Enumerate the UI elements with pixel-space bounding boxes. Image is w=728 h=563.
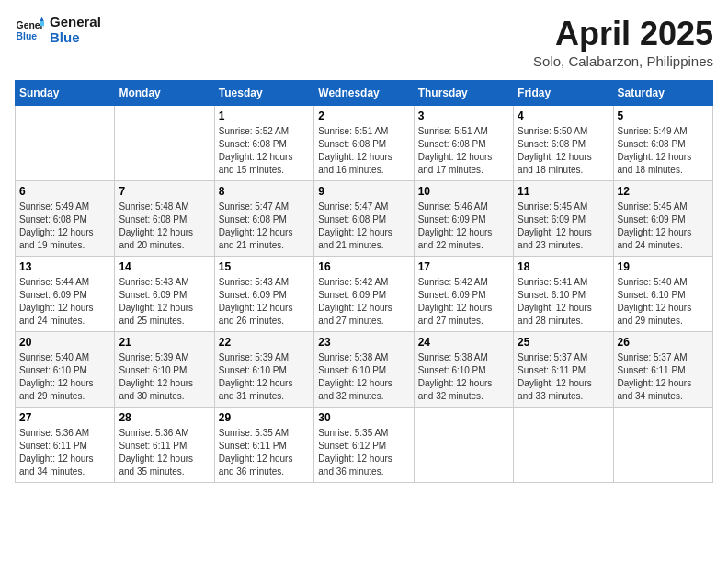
day-info: Sunrise: 5:45 AMSunset: 6:09 PMDaylight:… xyxy=(618,201,709,252)
weekday-header-thursday: Thursday xyxy=(414,81,513,106)
calendar-cell: 5Sunrise: 5:49 AMSunset: 6:08 PMDaylight… xyxy=(613,106,712,181)
calendar-header: SundayMondayTuesdayWednesdayThursdayFrid… xyxy=(16,81,713,106)
day-number: 20 xyxy=(19,336,110,349)
calendar-cell: 11Sunrise: 5:45 AMSunset: 6:09 PMDayligh… xyxy=(514,181,613,257)
calendar-cell: 22Sunrise: 5:39 AMSunset: 6:10 PMDayligh… xyxy=(214,332,313,408)
calendar-cell: 8Sunrise: 5:47 AMSunset: 6:08 PMDaylight… xyxy=(214,181,313,257)
calendar-cell: 16Sunrise: 5:42 AMSunset: 6:09 PMDayligh… xyxy=(314,257,414,332)
calendar-cell: 28Sunrise: 5:36 AMSunset: 6:11 PMDayligh… xyxy=(115,408,214,483)
day-info: Sunrise: 5:37 AMSunset: 6:11 PMDaylight:… xyxy=(518,351,609,403)
weekday-header-saturday: Saturday xyxy=(613,81,712,106)
day-info: Sunrise: 5:44 AMSunset: 6:09 PMDaylight:… xyxy=(19,276,110,327)
calendar-cell xyxy=(414,408,513,483)
day-info: Sunrise: 5:40 AMSunset: 6:10 PMDaylight:… xyxy=(618,276,709,327)
day-info: Sunrise: 5:37 AMSunset: 6:11 PMDaylight:… xyxy=(618,351,709,403)
day-number: 29 xyxy=(219,411,310,424)
day-number: 16 xyxy=(318,260,409,273)
day-info: Sunrise: 5:48 AMSunset: 6:08 PMDaylight:… xyxy=(119,201,210,252)
weekday-header-wednesday: Wednesday xyxy=(314,81,414,106)
day-info: Sunrise: 5:35 AMSunset: 6:12 PMDaylight:… xyxy=(318,427,409,478)
svg-marker-2 xyxy=(40,17,44,21)
svg-marker-3 xyxy=(40,21,44,26)
day-info: Sunrise: 5:43 AMSunset: 6:09 PMDaylight:… xyxy=(219,276,310,327)
weekday-header-monday: Monday xyxy=(115,81,214,106)
day-number: 4 xyxy=(518,109,609,122)
title-block: April 2025 Solo, Calabarzon, Philippines xyxy=(533,15,713,69)
calendar-cell: 27Sunrise: 5:36 AMSunset: 6:11 PMDayligh… xyxy=(16,408,115,483)
page-header: General Blue General Blue April 2025 Sol… xyxy=(15,15,713,69)
day-info: Sunrise: 5:42 AMSunset: 6:09 PMDaylight:… xyxy=(318,276,409,327)
calendar-cell: 30Sunrise: 5:35 AMSunset: 6:12 PMDayligh… xyxy=(314,408,414,483)
day-number: 5 xyxy=(618,109,709,122)
calendar-body: 1Sunrise: 5:52 AMSunset: 6:08 PMDaylight… xyxy=(16,106,713,483)
calendar-title: April 2025 xyxy=(533,15,713,53)
day-number: 19 xyxy=(618,260,709,273)
day-info: Sunrise: 5:43 AMSunset: 6:09 PMDaylight:… xyxy=(119,276,210,327)
calendar-cell xyxy=(613,408,712,483)
day-number: 23 xyxy=(318,336,409,349)
calendar-cell: 15Sunrise: 5:43 AMSunset: 6:09 PMDayligh… xyxy=(214,257,313,332)
day-number: 10 xyxy=(418,185,509,198)
day-info: Sunrise: 5:35 AMSunset: 6:11 PMDaylight:… xyxy=(219,427,310,478)
day-number: 17 xyxy=(418,260,509,273)
calendar-cell: 18Sunrise: 5:41 AMSunset: 6:10 PMDayligh… xyxy=(514,257,613,332)
day-info: Sunrise: 5:51 AMSunset: 6:08 PMDaylight:… xyxy=(318,125,409,177)
day-info: Sunrise: 5:47 AMSunset: 6:08 PMDaylight:… xyxy=(318,201,409,252)
calendar-cell: 9Sunrise: 5:47 AMSunset: 6:08 PMDaylight… xyxy=(314,181,414,257)
day-info: Sunrise: 5:49 AMSunset: 6:08 PMDaylight:… xyxy=(618,125,709,177)
calendar-cell: 26Sunrise: 5:37 AMSunset: 6:11 PMDayligh… xyxy=(613,332,712,408)
day-info: Sunrise: 5:45 AMSunset: 6:09 PMDaylight:… xyxy=(518,201,609,252)
day-info: Sunrise: 5:38 AMSunset: 6:10 PMDaylight:… xyxy=(318,351,409,403)
logo: General Blue General Blue xyxy=(15,15,101,45)
day-info: Sunrise: 5:50 AMSunset: 6:08 PMDaylight:… xyxy=(518,125,609,177)
day-info: Sunrise: 5:47 AMSunset: 6:08 PMDaylight:… xyxy=(219,201,310,252)
logo-text-general: General xyxy=(50,15,101,30)
calendar-cell: 23Sunrise: 5:38 AMSunset: 6:10 PMDayligh… xyxy=(314,332,414,408)
weekday-header-tuesday: Tuesday xyxy=(214,81,313,106)
calendar-cell xyxy=(514,408,613,483)
logo-icon: General Blue xyxy=(15,16,44,45)
day-number: 26 xyxy=(618,336,709,349)
calendar-cell: 3Sunrise: 5:51 AMSunset: 6:08 PMDaylight… xyxy=(414,106,513,181)
day-number: 14 xyxy=(119,260,210,273)
day-info: Sunrise: 5:42 AMSunset: 6:09 PMDaylight:… xyxy=(418,276,509,327)
day-number: 28 xyxy=(119,411,210,424)
calendar-cell: 13Sunrise: 5:44 AMSunset: 6:09 PMDayligh… xyxy=(16,257,115,332)
day-number: 13 xyxy=(19,260,110,273)
calendar-cell: 12Sunrise: 5:45 AMSunset: 6:09 PMDayligh… xyxy=(613,181,712,257)
day-number: 3 xyxy=(418,109,509,122)
day-info: Sunrise: 5:46 AMSunset: 6:09 PMDaylight:… xyxy=(418,201,509,252)
day-info: Sunrise: 5:41 AMSunset: 6:10 PMDaylight:… xyxy=(518,276,609,327)
day-number: 24 xyxy=(418,336,509,349)
day-number: 22 xyxy=(219,336,310,349)
day-info: Sunrise: 5:40 AMSunset: 6:10 PMDaylight:… xyxy=(19,351,110,403)
day-number: 15 xyxy=(219,260,310,273)
day-number: 25 xyxy=(518,336,609,349)
calendar-cell: 1Sunrise: 5:52 AMSunset: 6:08 PMDaylight… xyxy=(214,106,313,181)
day-number: 30 xyxy=(318,411,409,424)
calendar-cell: 4Sunrise: 5:50 AMSunset: 6:08 PMDaylight… xyxy=(514,106,613,181)
calendar-cell: 17Sunrise: 5:42 AMSunset: 6:09 PMDayligh… xyxy=(414,257,513,332)
calendar-cell: 20Sunrise: 5:40 AMSunset: 6:10 PMDayligh… xyxy=(16,332,115,408)
day-number: 1 xyxy=(219,109,310,122)
day-number: 12 xyxy=(618,185,709,198)
svg-text:Blue: Blue xyxy=(17,30,38,40)
day-number: 18 xyxy=(518,260,609,273)
calendar-cell: 10Sunrise: 5:46 AMSunset: 6:09 PMDayligh… xyxy=(414,181,513,257)
day-info: Sunrise: 5:38 AMSunset: 6:10 PMDaylight:… xyxy=(418,351,509,403)
day-number: 7 xyxy=(119,185,210,198)
calendar-cell xyxy=(16,106,115,181)
day-number: 6 xyxy=(19,185,110,198)
day-number: 2 xyxy=(318,109,409,122)
day-info: Sunrise: 5:51 AMSunset: 6:08 PMDaylight:… xyxy=(418,125,509,177)
weekday-header-friday: Friday xyxy=(514,81,613,106)
day-info: Sunrise: 5:39 AMSunset: 6:10 PMDaylight:… xyxy=(119,351,210,403)
calendar-table: SundayMondayTuesdayWednesdayThursdayFrid… xyxy=(15,80,713,483)
day-number: 8 xyxy=(219,185,310,198)
calendar-cell: 29Sunrise: 5:35 AMSunset: 6:11 PMDayligh… xyxy=(214,408,313,483)
calendar-cell: 6Sunrise: 5:49 AMSunset: 6:08 PMDaylight… xyxy=(16,181,115,257)
day-number: 11 xyxy=(518,185,609,198)
calendar-cell: 2Sunrise: 5:51 AMSunset: 6:08 PMDaylight… xyxy=(314,106,414,181)
day-number: 27 xyxy=(19,411,110,424)
calendar-cell: 7Sunrise: 5:48 AMSunset: 6:08 PMDaylight… xyxy=(115,181,214,257)
